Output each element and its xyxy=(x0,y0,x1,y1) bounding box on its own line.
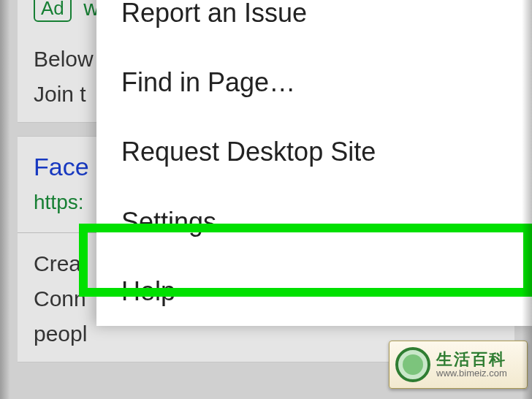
watermark-url: www.bimeiz.com xyxy=(436,368,507,379)
menu-item-report-issue[interactable]: Report an Issue xyxy=(96,0,532,48)
watermark-title: 生活百科 xyxy=(436,351,507,368)
menu-item-help[interactable]: Help xyxy=(96,256,532,326)
watermark-logo-icon xyxy=(395,347,430,382)
menu-item-request-desktop-site[interactable]: Request Desktop Site xyxy=(96,117,532,186)
menu-item-find-in-page[interactable]: Find in Page… xyxy=(96,48,532,117)
screenshot-stage: Ad w Below Join t Face https: Creat Conn… xyxy=(0,0,532,399)
watermark-text: 生活百科 www.bimeiz.com xyxy=(436,351,507,379)
menu-item-settings[interactable]: Settings xyxy=(96,187,532,256)
browser-overflow-menu: Report an Issue Find in Page… Request De… xyxy=(96,0,532,326)
ad-badge: Ad xyxy=(34,0,72,22)
watermark-badge: 生活百科 www.bimeiz.com xyxy=(389,341,528,389)
